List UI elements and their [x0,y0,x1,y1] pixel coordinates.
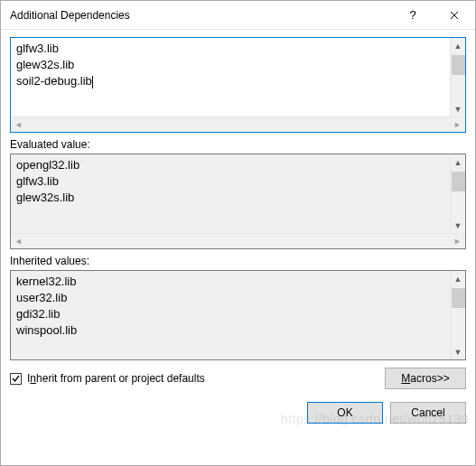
vscrollbar[interactable]: ▲ ▼ [450,38,465,116]
inherited-line: winspool.lib [16,322,444,339]
dialog-buttons: OK Cancel [10,402,466,424]
evaluated-line: glew32s.lib [16,190,444,206]
ok-button[interactable]: OK [307,402,383,424]
inherited-line: user32.lib [16,290,444,306]
inherited-line: kernel32.lib [16,274,444,290]
macros-button[interactable]: Macros>> [385,368,466,389]
scroll-up-icon[interactable]: ▲ [451,154,466,170]
hscrollbar[interactable]: ◄ ► [11,233,465,248]
dep-line: glew32s.lib [16,57,444,73]
scroll-left-icon[interactable]: ◄ [11,234,26,249]
scroll-right-icon[interactable]: ► [450,117,465,133]
scroll-up-icon[interactable]: ▲ [451,38,466,53]
scroll-thumb[interactable] [452,288,465,308]
vscrollbar[interactable]: ▲ ▼ [450,271,465,359]
inherited-label: Inherited values: [10,255,466,267]
inherited-list: kernel32.lib user32.lib gdi32.lib winspo… [10,270,466,360]
inherit-checkbox[interactable] [10,373,22,385]
scroll-right-icon[interactable]: ► [450,234,465,249]
vscrollbar[interactable]: ▲ ▼ [450,154,465,233]
scroll-down-icon[interactable]: ▼ [451,218,466,233]
dep-line: soil2-debug.lib [16,73,444,89]
scroll-left-icon[interactable]: ◄ [11,117,26,133]
dialog-window: Additional Dependencies ? glfw3.lib glew… [0,0,476,466]
inherited-text: kernel32.lib user32.lib gdi32.lib winspo… [11,271,450,359]
evaluated-text: opengl32.lib glfw3.lib glew32s.lib [11,154,450,233]
dependencies-editor[interactable]: glfw3.lib glew32s.lib soil2-debug.lib ▲ … [10,37,466,133]
evaluated-label: Evaluated value: [10,138,466,151]
close-button[interactable] [434,1,475,30]
check-icon [11,374,21,384]
help-button[interactable]: ? [392,1,434,30]
scroll-down-icon[interactable]: ▼ [451,101,466,116]
scroll-down-icon[interactable]: ▼ [451,344,466,359]
dep-line: glfw3.lib [16,41,444,57]
cancel-button[interactable]: Cancel [390,402,466,424]
titlebar: Additional Dependencies ? [1,1,475,30]
scroll-thumb[interactable] [452,172,465,191]
evaluated-line: glfw3.lib [16,173,444,190]
evaluated-line: opengl32.lib [16,157,444,173]
scroll-thumb[interactable] [452,55,465,75]
inherit-label[interactable]: Inherit from parent or project defaults [27,372,205,385]
hscrollbar[interactable]: ◄ ► [11,116,465,132]
text-caret [92,76,93,89]
dialog-content: glfw3.lib glew32s.lib soil2-debug.lib ▲ … [1,30,475,465]
scroll-up-icon[interactable]: ▲ [451,271,466,286]
options-row: Inherit from parent or project defaults … [10,368,466,389]
evaluated-list: opengl32.lib glfw3.lib glew32s.lib ▲ ▼ ◄… [10,154,466,249]
inherited-line: gdi32.lib [16,306,444,322]
dependencies-text[interactable]: glfw3.lib glew32s.lib soil2-debug.lib [11,38,450,116]
close-icon [450,11,459,20]
window-title: Additional Dependencies [10,9,392,22]
